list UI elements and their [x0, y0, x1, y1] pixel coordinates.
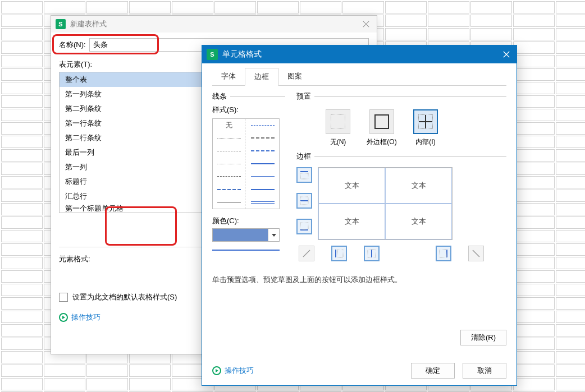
line-style[interactable]: [213, 132, 245, 145]
style-label: 样式(S):: [212, 105, 285, 115]
clear-button[interactable]: 清除(R): [460, 330, 506, 345]
line-group-label: 线条: [212, 91, 285, 102]
tips-link[interactable]: 操作技巧: [71, 312, 100, 322]
cell-format-dialog: S 单元格格式 字体 边框 图案 线条 样式(S): 无: [202, 45, 517, 386]
line-style[interactable]: [213, 170, 245, 183]
line-style[interactable]: [246, 196, 279, 209]
border-preview[interactable]: 文本 文本 文本 文本: [318, 167, 453, 240]
border-top-button[interactable]: [296, 167, 312, 183]
svg-rect-16: [440, 250, 446, 257]
line-style[interactable]: [246, 132, 279, 145]
line-style[interactable]: [246, 145, 279, 158]
line-style[interactable]: [213, 145, 245, 158]
border-middle-v-button[interactable]: [364, 246, 380, 261]
app-icon: S: [207, 49, 218, 60]
border-left-button[interactable]: [331, 246, 347, 261]
border-diag-up-button[interactable]: [299, 246, 314, 261]
line-preview: [212, 246, 280, 251]
svg-line-10: [303, 250, 310, 257]
line-style[interactable]: [246, 158, 279, 170]
hint-text: 单击预置选项、预览草图及上面的按钮可以添加边框样式。: [212, 275, 506, 285]
border-middle-h-button[interactable]: [296, 193, 312, 209]
svg-rect-11: [335, 250, 336, 257]
chevron-down-icon[interactable]: [268, 229, 279, 241]
close-icon[interactable]: [360, 18, 372, 30]
line-style[interactable]: [213, 183, 245, 196]
preset-inside[interactable]: [413, 109, 438, 134]
ok-button[interactable]: 确定: [411, 363, 455, 379]
preset-group-label: 预置: [296, 91, 506, 102]
name-label: 名称(N):: [59, 40, 86, 50]
svg-rect-9: [300, 223, 308, 229]
dlg2-titlebar: S 单元格格式: [202, 45, 517, 63]
svg-rect-13: [371, 250, 372, 257]
preview-cell: 文本: [385, 168, 452, 204]
border-right-button[interactable]: [436, 246, 451, 261]
color-picker[interactable]: [212, 228, 280, 242]
line-style[interactable]: [246, 183, 279, 196]
line-style[interactable]: [246, 170, 279, 183]
tips-link[interactable]: 操作技巧: [225, 366, 254, 376]
play-icon: [212, 366, 221, 375]
color-label: 颜色(C):: [212, 216, 285, 226]
style-list[interactable]: 无: [212, 118, 280, 209]
preset-outline[interactable]: [369, 109, 394, 134]
preview-cell: 文本: [318, 168, 385, 204]
svg-rect-12: [337, 250, 343, 257]
app-icon: S: [56, 19, 66, 29]
preview-cell: 文本: [318, 204, 385, 239]
svg-line-17: [473, 250, 479, 257]
tab-pattern[interactable]: 图案: [278, 68, 311, 85]
line-style[interactable]: [246, 119, 279, 132]
dlg1-title: 新建表样式: [70, 19, 107, 29]
play-icon: [59, 313, 68, 322]
tab-font[interactable]: 字体: [212, 68, 245, 85]
tabs: 字体 边框 图案: [212, 68, 506, 86]
cancel-button[interactable]: 取消: [463, 363, 506, 379]
default-checkbox-label: 设置为此文档的默认表格样式(S): [72, 292, 177, 302]
svg-rect-6: [300, 200, 308, 201]
preset-inside-label: 内部(I): [415, 137, 435, 147]
border-bottom-button[interactable]: [296, 219, 312, 234]
preset-none-label: 无(N): [330, 137, 346, 147]
color-swatch: [213, 229, 268, 241]
svg-rect-5: [300, 173, 308, 179]
dlg1-titlebar: S 新建表样式: [51, 16, 377, 33]
preset-outline-label: 外边框(O): [367, 137, 396, 147]
line-style[interactable]: [213, 196, 245, 209]
line-style-none[interactable]: 无: [213, 119, 245, 132]
dlg2-title: 单元格格式: [222, 49, 262, 59]
preset-none[interactable]: [326, 109, 350, 134]
border-diag-down-button[interactable]: [468, 246, 484, 261]
border-group-label: 边框: [296, 151, 506, 162]
svg-rect-4: [300, 171, 308, 172]
default-checkbox[interactable]: [59, 293, 68, 302]
close-icon[interactable]: [500, 48, 513, 61]
tab-border[interactable]: 边框: [245, 68, 278, 86]
preview-cell: 文本: [385, 204, 452, 239]
line-style[interactable]: [213, 158, 245, 170]
